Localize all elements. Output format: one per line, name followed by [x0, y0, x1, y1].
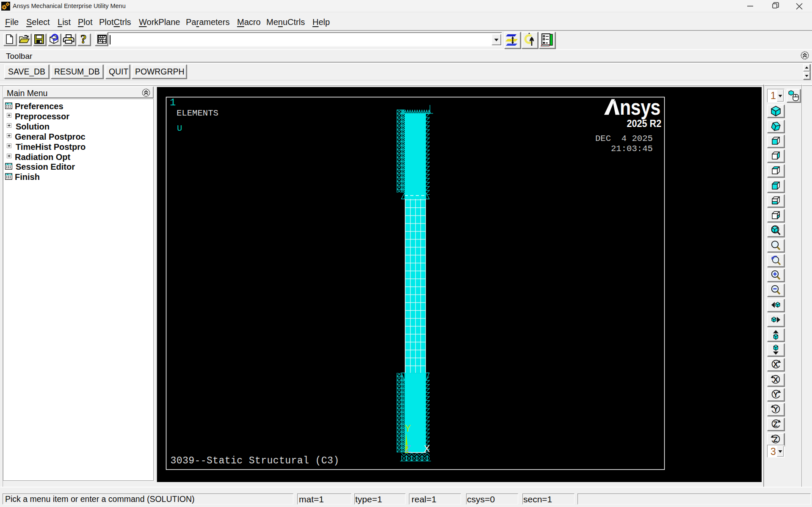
svg-text:Y: Y [405, 423, 411, 435]
svg-text:1: 1 [170, 97, 176, 108]
svg-text:Z: Z [405, 444, 411, 455]
svg-text:3039--Static Structural (C3): 3039--Static Structural (C3) [171, 455, 340, 466]
svg-text:Y: Y [773, 405, 779, 413]
svg-text:Z: Z [773, 420, 778, 428]
svg-text:ELEMENTS: ELEMENTS [177, 108, 218, 118]
svg-text:nsys: nsys [620, 95, 660, 119]
svg-text:X: X [424, 444, 430, 455]
svg-text:2025 R2: 2025 R2 [627, 118, 662, 129]
svg-text:X: X [773, 376, 779, 384]
svg-text:X: X [773, 361, 779, 369]
svg-text:DEC 4 2025: DEC 4 2025 [595, 134, 653, 143]
svg-text:21:03:45: 21:03:45 [611, 144, 653, 154]
svg-text:Y: Y [773, 391, 779, 399]
svg-text:?: ? [80, 33, 87, 45]
svg-text:U: U [177, 124, 182, 133]
svg-text:Z: Z [773, 435, 778, 444]
